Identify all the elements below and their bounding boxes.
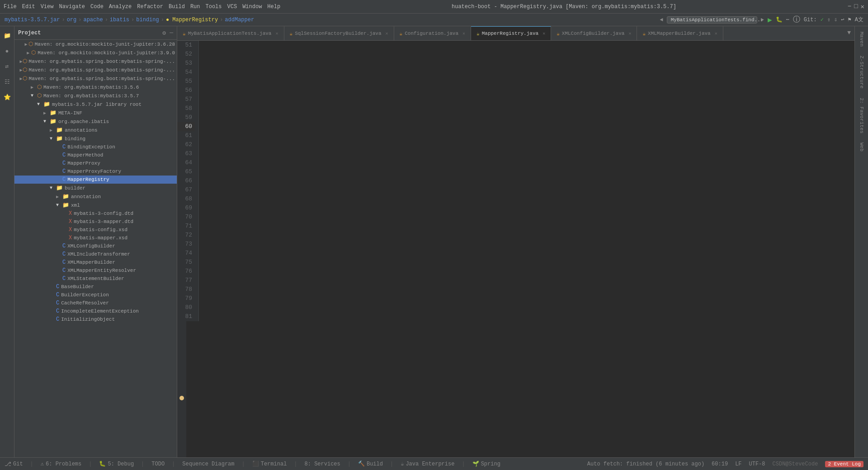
- translate-icon[interactable]: A文: [855, 16, 863, 24]
- git-pull-icon[interactable]: ⇩: [834, 16, 837, 23]
- tab-close-icon[interactable]: ✕: [386, 31, 388, 36]
- structure-icon[interactable]: ☷: [1, 76, 13, 88]
- menu-help[interactable]: Help: [267, 4, 280, 10]
- favorites-icon[interactable]: 2: Favorites: [857, 94, 866, 137]
- tree-item-XMLStatementBuilder[interactable]: ▶ C XMLStatementBuilder: [14, 275, 177, 283]
- tree-item-BuilderException[interactable]: ▶ C BuilderException: [14, 291, 177, 299]
- tree-item-mockito1[interactable]: ▶ ⬡ Maven: org.mockito:mockito-junit-jup…: [14, 40, 177, 48]
- status-git[interactable]: ⎇ Git: [5, 461, 23, 468]
- web-icon[interactable]: Web: [857, 139, 866, 155]
- tree-item-mockito2[interactable]: ▶ ⬡ Maven: org.mockito:mockito-junit-jup…: [14, 48, 177, 57]
- tree-item-BindingException[interactable]: ▶ C BindingException: [14, 143, 177, 151]
- status-terminal[interactable]: ⬛ Terminal: [252, 461, 287, 467]
- git-push-icon[interactable]: ⇧: [827, 16, 830, 23]
- tree-item-mybatis-spring2[interactable]: ▶ ⬡ Maven: org.mybatis.spring.boot:mybat…: [14, 66, 177, 74]
- tab-xmlconfigbuilder[interactable]: ☕ XMLConfigBuilder.java ✕: [551, 26, 637, 40]
- tab-close-icon[interactable]: ✕: [715, 31, 717, 36]
- tree-item-CacheRefResolver[interactable]: ▶ C CacheRefResolver: [14, 299, 177, 307]
- status-sequence-diagram[interactable]: Sequence Diagram: [182, 461, 234, 467]
- tree-item-mybatis-mapper-dtd[interactable]: ▶ X mybatis-3-mapper.dtd: [14, 218, 177, 226]
- breadcrumb-org[interactable]: org: [67, 17, 77, 23]
- project-icon[interactable]: 📁: [1, 30, 13, 42]
- tree-item-MapperProxy[interactable]: ▶ C MapperProxy: [14, 159, 177, 167]
- tab-xmlmapperbuilder[interactable]: ☕ XMLMapperBuilder.java ✕: [637, 26, 723, 40]
- maven-panel-icon[interactable]: Maven: [857, 28, 866, 50]
- close-button[interactable]: ✕: [861, 3, 864, 10]
- git-check-icon[interactable]: ✓: [821, 16, 824, 23]
- tree-item-xml[interactable]: ▼ 📁 xml: [14, 201, 177, 209]
- tab-configuration[interactable]: ☕ Configuration.java ✕: [394, 26, 471, 40]
- tree-item-MapperProxyFactory[interactable]: ▶ C MapperProxyFactory: [14, 167, 177, 176]
- menu-vcs[interactable]: VCS: [227, 4, 237, 10]
- menu-file[interactable]: File: [4, 4, 17, 10]
- flag-icon[interactable]: ⚑: [848, 16, 851, 23]
- menu-window[interactable]: Window: [242, 4, 262, 10]
- tree-item-InitializingObject[interactable]: ▶ C InitializingObject: [14, 315, 177, 323]
- tree-item-binding[interactable]: ▼ 📁 binding: [14, 134, 177, 143]
- tree-item-meta-inf[interactable]: ▶ 📁 META-INF: [14, 109, 177, 117]
- tab-sqlsessionfactorybuilder[interactable]: ☕ SqlSessionFactoryBuilder.java ✕: [284, 26, 394, 40]
- tree-item-mybatis-config-dtd[interactable]: ▶ X mybatis-3-config.dtd: [14, 209, 177, 218]
- status-build[interactable]: 🔨 Build: [358, 461, 383, 467]
- breadcrumb-jar[interactable]: mybatis-3.5.7.jar: [5, 17, 60, 23]
- status-spring[interactable]: 🌱 Spring: [472, 461, 500, 467]
- tree-item-jar-root[interactable]: ▼ 📁 mybatis-3.5.7.jar library root: [14, 100, 177, 109]
- breadcrumb-method[interactable]: addMapper: [225, 17, 254, 23]
- maximize-button[interactable]: □: [854, 3, 858, 10]
- menu-edit[interactable]: Edit: [22, 4, 35, 10]
- more-icon[interactable]: ⋯: [786, 16, 789, 23]
- tree-item-XMLMapperEntityResolver[interactable]: ▶ C XMLMapperEntityResolver: [14, 266, 177, 275]
- z-structure-icon[interactable]: Z-Structure: [857, 52, 866, 92]
- help-icon[interactable]: ⓘ: [793, 15, 800, 24]
- tree-item-builder[interactable]: ▼ 📁 builder: [14, 184, 177, 192]
- menu-refactor[interactable]: Refactor: [137, 4, 163, 10]
- status-debug[interactable]: 🐛 5: Debug: [99, 461, 134, 467]
- status-problems[interactable]: ⚠ 6: Problems: [41, 461, 81, 467]
- tree-item-mybatis-spring1[interactable]: ▶ ⬡ Maven: org.mybatis.spring.boot:mybat…: [14, 57, 177, 66]
- breadcrumb-class[interactable]: ● MapperRegistry: [166, 17, 218, 23]
- menu-build[interactable]: Build: [169, 4, 185, 10]
- status-todo[interactable]: TODO: [151, 461, 165, 467]
- event-log-badge[interactable]: 2 Event Log: [825, 461, 863, 467]
- status-services[interactable]: 8: Services: [305, 461, 340, 467]
- encoding-indicator[interactable]: UTF-8: [749, 461, 765, 467]
- menu-run[interactable]: Run: [190, 4, 200, 10]
- status-java-enterprise[interactable]: ☕ Java Enterprise: [401, 461, 454, 467]
- find-input-area[interactable]: MyBatisApplicationTests.find...: [667, 16, 757, 24]
- tree-item-annotation[interactable]: ▶ 📁 annotation: [14, 192, 177, 201]
- tab-close-icon[interactable]: ✕: [462, 31, 465, 36]
- breadcrumb-binding[interactable]: binding: [136, 17, 159, 23]
- tab-mybatisapplicationtests[interactable]: ☕ MyBatisApplicationTests.java ✕: [177, 26, 284, 40]
- tree-item-IncompleteElementException[interactable]: ▶ C IncompleteElementException: [14, 307, 177, 315]
- debug-icon[interactable]: 🐛: [776, 16, 783, 23]
- more-tabs-icon[interactable]: ▼: [844, 26, 854, 40]
- tree-item-MapperRegistry[interactable]: ▶ C MapperRegistry: [14, 176, 177, 184]
- tree-item-org-apache-ibatis[interactable]: ▼ 📁 org.apache.ibatis: [14, 117, 177, 126]
- menu-view[interactable]: View: [41, 4, 54, 10]
- tree-item-MapperMethod[interactable]: ▶ C MapperMethod: [14, 151, 177, 159]
- tree-item-mybatis356[interactable]: ▶ ⬡ Maven: org.mybatis:mybatis:3.5.6: [14, 83, 177, 91]
- navigate-forward-icon[interactable]: ►: [761, 17, 764, 23]
- tree-item-mybatis-config-xsd[interactable]: ▶ X mybatis-config.xsd: [14, 226, 177, 234]
- navigate-back-icon[interactable]: ◄: [660, 17, 663, 23]
- tree-item-annotations[interactable]: ▶ 📁 annotations: [14, 126, 177, 134]
- panel-settings-icon[interactable]: ⚙: [162, 29, 166, 37]
- tree-item-mybatis357[interactable]: ▼ ⬡ Maven: org.mybatis:mybatis:3.5.7: [14, 91, 177, 100]
- breadcrumb-apache[interactable]: apache: [83, 17, 103, 23]
- menu-code[interactable]: Code: [90, 4, 104, 10]
- minimize-button[interactable]: −: [848, 3, 851, 10]
- tree-item-BaseBuilder[interactable]: ▶ C BaseBuilder: [14, 283, 177, 291]
- tree-item-XMLIncludeTransformer[interactable]: ▶ C XMLIncludeTransformer: [14, 250, 177, 258]
- bookmarks-icon[interactable]: ⭐: [1, 91, 13, 103]
- tab-close-icon[interactable]: ✕: [542, 31, 545, 36]
- tree-item-XMLConfigBuilder[interactable]: ▶ C XMLConfigBuilder: [14, 242, 177, 250]
- commit-icon[interactable]: ●: [1, 45, 13, 57]
- menu-analyze[interactable]: Analyze: [109, 4, 132, 10]
- menu-navigate[interactable]: Navigate: [59, 4, 85, 10]
- pull-requests-icon[interactable]: ⇄: [1, 61, 13, 72]
- tree-item-mybatis-mapper-xsd[interactable]: ▶ X mybatis-mapper.xsd: [14, 234, 177, 242]
- menu-tools[interactable]: Tools: [206, 4, 222, 10]
- run-icon[interactable]: ▶: [768, 15, 772, 24]
- tab-close-icon[interactable]: ✕: [275, 31, 278, 36]
- tree-item-XMLMapperBuilder[interactable]: ▶ C XMLMapperBuilder: [14, 258, 177, 266]
